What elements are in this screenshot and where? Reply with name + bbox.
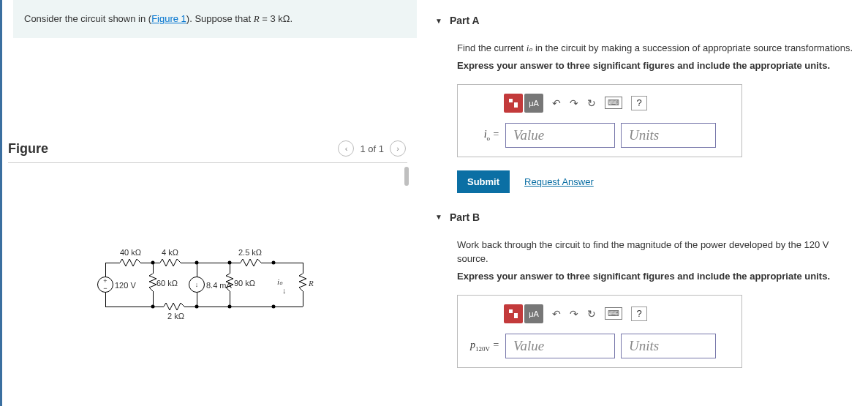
prompt-eq: = 3 kΩ.: [260, 13, 293, 24]
part-a-submit-button[interactable]: Submit: [457, 170, 510, 193]
part-a-instruction: Find the current iₒ in the circuit by ma…: [457, 41, 853, 56]
caret-down-icon: ▼: [435, 213, 442, 221]
redo-icon[interactable]: ↷: [570, 97, 578, 109]
label-r25: 2.5 kΩ: [238, 248, 262, 257]
figure-heading: Figure: [8, 141, 48, 157]
svg-rect-2: [509, 309, 513, 313]
keyboard-icon[interactable]: ⌨: [605, 307, 622, 320]
prompt-text-pre: Consider the circuit shown in (: [24, 13, 151, 24]
part-b-eq-label: p120V =: [469, 339, 499, 353]
part-b-title: Part B: [450, 211, 480, 223]
help-button[interactable]: ?: [631, 96, 647, 110]
pager-next[interactable]: ›: [390, 140, 406, 157]
redo-icon[interactable]: ↷: [570, 308, 578, 320]
label-r4: 4 kΩ: [162, 248, 178, 257]
part-b-answer-box: μA ↶ ↷ ↻ ⌨ ? p120V = Value Units: [457, 295, 742, 368]
figure-link[interactable]: Figure 1: [151, 13, 186, 24]
pager-prev[interactable]: ‹: [338, 140, 354, 157]
reset-icon[interactable]: ↻: [587, 308, 596, 320]
part-a-title: Part A: [450, 15, 480, 26]
label-v120: 120 V: [115, 281, 136, 290]
part-b-value-input[interactable]: Value: [505, 334, 615, 358]
part-b-units-input[interactable]: Units: [621, 334, 716, 358]
arrow-down-icon: ↓: [282, 286, 287, 295]
part-a-format: Express your answer to three significant…: [457, 60, 853, 71]
part-b-header[interactable]: ▼ Part B: [435, 211, 853, 223]
problem-prompt: Consider the circuit shown in (Figure 1)…: [13, 0, 417, 38]
label-r40: 40 kΩ: [120, 248, 141, 257]
part-a-request-answer[interactable]: Request Answer: [524, 176, 594, 187]
label-r60: 60 kΩ: [156, 279, 178, 287]
part-a-answer-box: μA ↶ ↷ ↻ ⌨ ? io = Value Units: [457, 84, 742, 157]
label-R: R: [309, 279, 314, 287]
part-a-header[interactable]: ▼ Part A: [435, 15, 853, 26]
undo-icon[interactable]: ↶: [552, 97, 561, 109]
part-a-eq-label: io =: [469, 129, 499, 142]
part-a-units-input[interactable]: Units: [621, 123, 716, 148]
label-r2: 2 kΩ: [167, 312, 184, 320]
part-b-instruction: Work back through the circuit to find th…: [457, 238, 853, 266]
svg-rect-1: [514, 102, 518, 108]
circuit-diagram: 40 kΩ 4 kΩ 2.5 kΩ: [91, 248, 325, 321]
label-r90: 90 kΩ: [234, 279, 255, 287]
part-b-format: Express your answer to three significant…: [457, 271, 853, 282]
svg-rect-0: [509, 99, 513, 102]
help-button[interactable]: ?: [631, 307, 647, 321]
reset-icon[interactable]: ↻: [587, 97, 596, 109]
prompt-text-post: ). Suppose that: [186, 13, 254, 24]
undo-icon[interactable]: ↶: [552, 308, 561, 320]
template-button[interactable]: [504, 304, 523, 323]
part-a-value-input[interactable]: Value: [505, 123, 615, 148]
template-button[interactable]: [504, 94, 523, 113]
units-button[interactable]: μA: [524, 94, 543, 113]
pager-text: 1 of 1: [360, 143, 384, 154]
prompt-var: R: [254, 13, 260, 24]
units-button[interactable]: μA: [524, 304, 543, 323]
caret-down-icon: ▼: [435, 17, 442, 25]
scrollbar-thumb[interactable]: [404, 167, 409, 186]
keyboard-icon[interactable]: ⌨: [605, 97, 622, 109]
svg-rect-3: [514, 313, 518, 318]
current-source-icon: ↓: [189, 277, 205, 293]
voltage-source-icon: +−: [97, 277, 113, 293]
figure-pager: ‹ 1 of 1 ›: [338, 140, 406, 157]
figure-area: 40 kΩ 4 kΩ 2.5 kΩ: [8, 162, 407, 406]
